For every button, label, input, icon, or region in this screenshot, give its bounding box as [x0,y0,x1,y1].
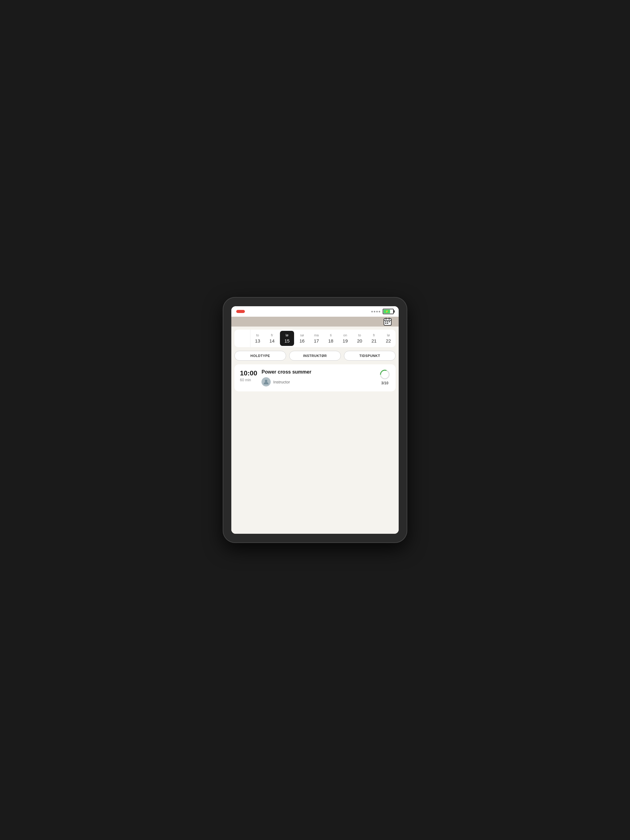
day-name: lø [387,333,390,337]
person-icon [263,379,269,385]
day-cell-22[interactable]: lø22 [381,330,396,347]
filter-btn-tidspunkt[interactable]: TIDSPUNKT [344,351,396,361]
day-cell-19[interactable]: on19 [338,330,353,347]
svg-rect-7 [385,323,386,324]
class-duration: 60 min [240,378,257,382]
class-info: Power cross summer Instructor [261,369,375,387]
day-cell-21[interactable]: fr21 [367,330,381,347]
calendar-icon-button[interactable] [382,316,393,327]
class-name: Power cross summer [261,369,375,375]
time-display [236,310,245,313]
day-cell-18[interactable]: ti18 [324,330,338,347]
tablet-frame: ⚡ [223,297,407,543]
day-name: ma [314,333,319,337]
signal-icon [371,311,380,313]
day-name: fr [271,333,273,337]
day-cell-17[interactable]: ma17 [309,330,324,347]
status-bar: ⚡ [231,306,399,317]
day-number: 14 [269,338,275,343]
day-name: to [256,333,259,337]
class-card-0[interactable]: 10:00 60 min Power cross summer Instruct… [234,364,396,392]
battery-icon: ⚡ [383,309,394,314]
day-name: sø [300,333,304,337]
capacity-ring [380,369,390,380]
svg-point-9 [265,380,268,382]
svg-rect-6 [389,321,390,322]
screen: ⚡ [231,306,399,534]
day-number: 13 [255,338,260,343]
app-header [231,317,399,327]
svg-rect-5 [387,321,388,322]
status-right: ⚡ [371,309,394,314]
month-label [234,330,250,347]
day-number: 18 [328,338,334,343]
day-cell-20[interactable]: to20 [353,330,367,347]
instructor-name: Instructor [273,380,290,384]
day-name: on [343,333,347,337]
battery-bolt: ⚡ [385,310,388,313]
day-name: fr [373,333,375,337]
day-name: lø [285,333,288,337]
day-cell-14[interactable]: fr14 [265,330,279,347]
instructor-row: Instructor [261,377,375,387]
calendar-icon [383,317,392,326]
day-cell-15[interactable]: lø15 [280,331,294,346]
filter-btn-holdtype[interactable]: HOLDTYPE [234,351,286,361]
svg-rect-4 [385,321,386,322]
svg-rect-8 [387,323,388,324]
day-number: 19 [343,338,348,343]
day-number: 22 [386,338,391,343]
filter-row: HOLDTYPEINSTRUKTØRTIDSPUNKT [231,347,399,364]
day-cell-13[interactable]: to13 [250,330,265,347]
battery-fill: ⚡ [384,309,390,313]
capacity-text: 3/10 [381,381,388,385]
day-number: 20 [357,338,362,343]
day-cell-16[interactable]: sø16 [295,330,309,347]
day-number: 15 [285,338,290,343]
class-time: 10:00 [240,369,257,377]
capacity-block: 3/10 [380,369,390,385]
day-number: 21 [371,338,377,343]
filter-btn-instruktor[interactable]: INSTRUKTØR [289,351,341,361]
empty-area [231,449,399,534]
day-name: to [358,333,361,337]
day-number: 16 [299,338,304,343]
days-row: to13fr14lø15sø16ma17ti18on19to20fr21lø22 [250,330,396,347]
classes-list: 10:00 60 min Power cross summer Instruct… [231,364,399,449]
avatar [261,377,271,387]
class-time-block: 10:00 60 min [240,369,257,382]
day-name: ti [330,333,332,337]
day-number: 17 [314,338,319,343]
date-scroller: to13fr14lø15sø16ma17ti18on19to20fr21lø22 [234,330,396,347]
